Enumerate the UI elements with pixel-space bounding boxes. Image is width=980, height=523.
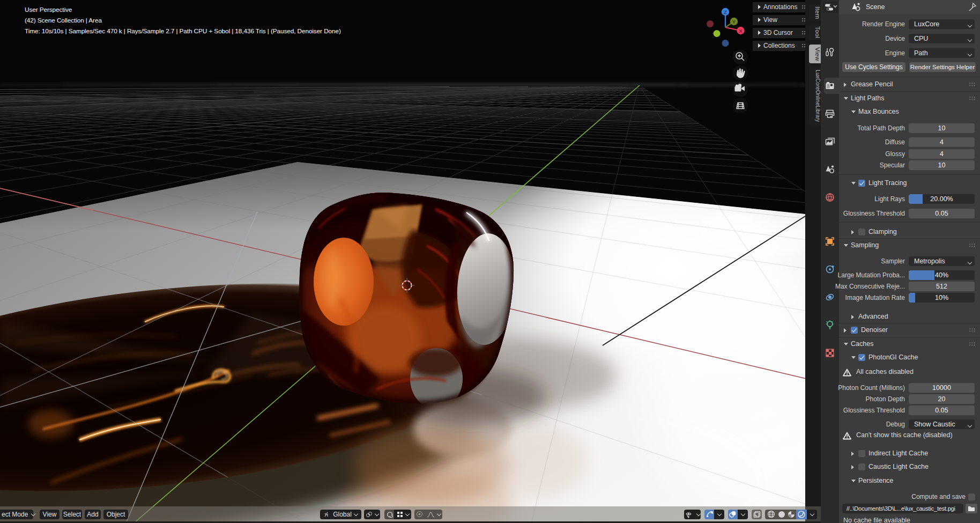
svg-text:X: X (739, 28, 743, 34)
svg-text:Z: Z (724, 9, 727, 15)
svg-text:Y: Y (732, 19, 736, 25)
